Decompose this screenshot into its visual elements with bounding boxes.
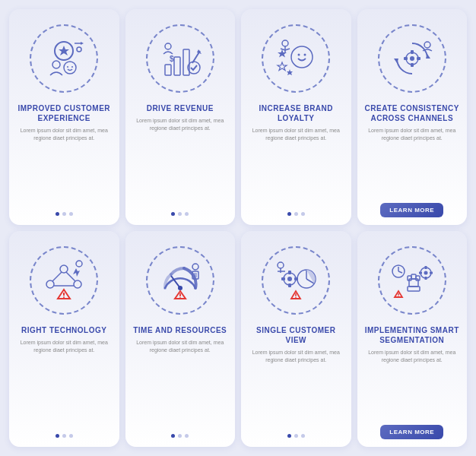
svg-rect-32 bbox=[411, 63, 414, 67]
card-icon-area bbox=[15, 17, 113, 100]
svg-point-50 bbox=[179, 297, 181, 299]
card-title: SINGLE CUSTOMER VIEW bbox=[247, 325, 345, 345]
pagination-dots bbox=[56, 434, 73, 438]
card-implementing-smart-segmentation: IMPLEMENTING SMART SEGMENTATION Lorem ip… bbox=[357, 231, 468, 447]
svg-rect-9 bbox=[165, 65, 171, 75]
svg-rect-75 bbox=[411, 274, 416, 279]
chess-alert-icon bbox=[389, 258, 435, 303]
pagination-dots bbox=[56, 212, 73, 216]
svg-line-25 bbox=[281, 49, 285, 50]
dot-1 bbox=[171, 212, 175, 216]
card-icon-area bbox=[132, 239, 230, 322]
svg-point-3 bbox=[64, 62, 76, 74]
svg-marker-7 bbox=[81, 42, 84, 45]
svg-point-18 bbox=[298, 54, 300, 56]
card-icon-area: $ bbox=[132, 17, 230, 100]
card-body: Lorem ipsum dolor sit dim amet, mea regi… bbox=[247, 349, 345, 364]
dot-2 bbox=[294, 212, 298, 216]
dot-3 bbox=[185, 212, 189, 216]
card-title: CREATE CONSISTENCY ACROSS CHANNELS bbox=[363, 103, 462, 123]
svg-rect-33 bbox=[404, 57, 408, 60]
gears-pie-icon bbox=[273, 258, 319, 303]
arrows-gears-icon bbox=[389, 36, 435, 81]
card-title: INCREASE BRAND LOYALTY bbox=[247, 103, 345, 123]
card-body: Lorem ipsum dolor sit dim amet, mea regi… bbox=[363, 349, 462, 364]
svg-point-47 bbox=[178, 286, 182, 290]
icon-circle: $ bbox=[146, 24, 214, 93]
svg-point-45 bbox=[76, 261, 82, 267]
svg-point-44 bbox=[63, 296, 65, 298]
card-icon-area bbox=[247, 17, 345, 100]
card-body: Lorem ipsum dolor sit dim amet, mea regi… bbox=[132, 339, 230, 354]
card-time-and-resources: TIME AND RESOURCES Lorem ipsum dolor sit… bbox=[125, 231, 236, 447]
card-create-consistency: CREATE CONSISTENCY ACROSS CHANNELS Lorem… bbox=[357, 9, 468, 225]
svg-marker-21 bbox=[278, 62, 287, 71]
dot-3 bbox=[69, 434, 73, 438]
svg-rect-10 bbox=[174, 57, 180, 75]
svg-line-26 bbox=[285, 49, 290, 50]
star-person-icon bbox=[41, 36, 87, 81]
dot-1 bbox=[171, 434, 175, 438]
icon-circle bbox=[262, 246, 330, 315]
svg-point-77 bbox=[424, 271, 427, 275]
card-right-technology: RIGHT TECHNOLOGY Lorem ipsum dolor sit d… bbox=[9, 231, 119, 447]
svg-text:$: $ bbox=[170, 55, 174, 63]
svg-rect-78 bbox=[424, 266, 427, 269]
pagination-dots bbox=[287, 212, 305, 216]
svg-point-23 bbox=[282, 40, 288, 46]
dot-3 bbox=[301, 434, 305, 438]
svg-marker-1 bbox=[59, 46, 69, 55]
icon-circle bbox=[146, 246, 214, 315]
svg-point-4 bbox=[67, 66, 68, 68]
svg-point-68 bbox=[278, 262, 284, 268]
svg-point-57 bbox=[287, 277, 292, 281]
card-drive-revenue: $ DRIVE REVENUE Lorem ipsum dolor sit di… bbox=[125, 9, 236, 225]
dot-3 bbox=[185, 434, 189, 438]
card-title: IMPLEMENTING SMART SEGMENTATION bbox=[363, 325, 462, 345]
dot-1 bbox=[56, 434, 59, 438]
card-title: TIME AND RESOURCES bbox=[133, 325, 227, 335]
dot-3 bbox=[301, 212, 305, 216]
card-icon-area bbox=[363, 239, 462, 322]
svg-rect-79 bbox=[424, 277, 427, 280]
svg-point-30 bbox=[410, 56, 414, 61]
svg-point-8 bbox=[77, 47, 81, 52]
svg-rect-31 bbox=[411, 50, 414, 54]
svg-point-35 bbox=[424, 42, 430, 48]
icon-circle bbox=[262, 24, 330, 93]
learn-more-button-1[interactable]: LEARN MORE bbox=[380, 203, 443, 217]
svg-rect-80 bbox=[419, 272, 422, 274]
dot-1 bbox=[56, 212, 59, 216]
dot-1 bbox=[287, 434, 291, 438]
card-icon-area bbox=[363, 17, 462, 100]
icon-circle bbox=[30, 246, 98, 315]
card-title: DRIVE REVENUE bbox=[147, 103, 214, 113]
svg-point-19 bbox=[304, 54, 306, 56]
svg-point-16 bbox=[165, 43, 171, 49]
svg-point-87 bbox=[398, 296, 399, 297]
card-body: Lorem ipsum dolor sit dim amet, mea regi… bbox=[15, 127, 113, 142]
dot-2 bbox=[62, 212, 66, 216]
network-alert-icon bbox=[41, 258, 87, 303]
svg-point-2 bbox=[52, 61, 60, 68]
card-body: Lorem ipsum dolor sit dim amet, mea regi… bbox=[132, 117, 230, 132]
dot-2 bbox=[294, 434, 298, 438]
icon-circle bbox=[378, 24, 446, 93]
dot-2 bbox=[178, 212, 182, 216]
icon-circle bbox=[378, 246, 446, 315]
pagination-dots bbox=[287, 434, 305, 438]
cards-grid: IMPROVED CUSTOMER EXPERIENCE Lorem ipsum… bbox=[0, 0, 476, 456]
svg-rect-58 bbox=[288, 271, 291, 274]
card-improved-customer-experience: IMPROVED CUSTOMER EXPERIENCE Lorem ipsum… bbox=[9, 9, 119, 225]
svg-rect-71 bbox=[408, 287, 420, 291]
learn-more-button-2[interactable]: LEARN MORE bbox=[380, 425, 443, 439]
card-increase-brand-loyalty: INCREASE BRAND LOYALTY Lorem ipsum dolor… bbox=[241, 9, 351, 225]
chart-check-icon: $ bbox=[157, 36, 203, 81]
svg-rect-34 bbox=[417, 57, 420, 60]
svg-marker-22 bbox=[287, 69, 293, 75]
stars-face-icon bbox=[273, 36, 319, 81]
svg-point-67 bbox=[295, 297, 297, 299]
dot-2 bbox=[62, 434, 66, 438]
svg-point-51 bbox=[192, 264, 198, 270]
card-title: RIGHT TECHNOLOGY bbox=[21, 325, 106, 335]
